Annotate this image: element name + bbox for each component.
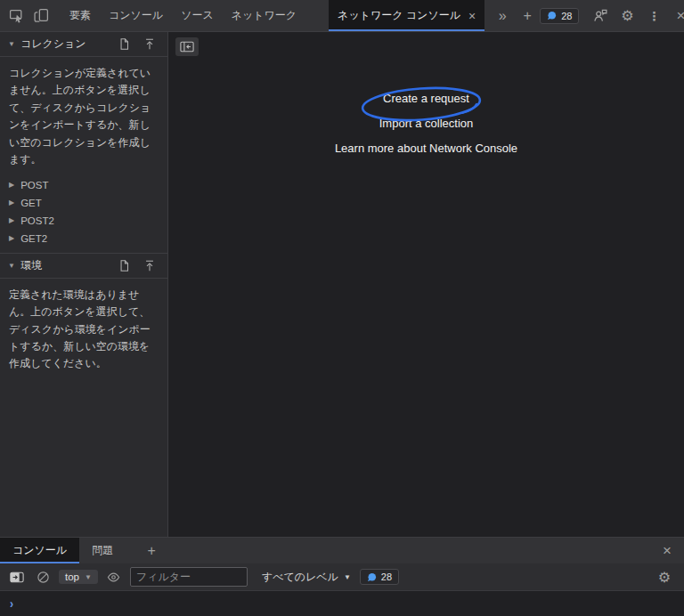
collection-item-post2[interactable]: ▶ POST2 (0, 212, 167, 230)
collections-empty-description: コレクションが定義されていません。上のボタンを選択して、ディスクからコレクション… (0, 57, 167, 176)
tab-network[interactable]: ネットワーク (223, 0, 305, 31)
inspect-element-button[interactable] (4, 0, 28, 31)
issues-count: 28 (561, 11, 572, 21)
hide-sidebar-button[interactable] (175, 37, 199, 56)
tab-sources[interactable]: ソース (172, 0, 223, 31)
settings-button[interactable]: ⚙ (615, 0, 639, 31)
chevron-down-icon: ▼ (344, 573, 351, 581)
device-emulation-button[interactable] (28, 0, 53, 31)
add-tab-button[interactable]: + (515, 0, 540, 31)
issues-counter-badge[interactable]: 28 (540, 8, 579, 24)
clear-console-button[interactable] (33, 571, 53, 584)
collapse-triangle-icon: ▼ (8, 262, 15, 270)
network-console-main: Create a request Import a collection Lea… (168, 32, 684, 537)
drawer-tab-issues[interactable]: 問題 (79, 538, 126, 563)
devtools-tab-bar: 要素 コンソール ソース ネットワーク ネットワーク コンソール × » + (0, 0, 684, 32)
console-issues-badge[interactable]: 28 (360, 569, 399, 585)
inspect-icon (9, 8, 24, 23)
expand-triangle-icon[interactable]: ▶ (9, 181, 14, 189)
create-request-link[interactable]: Create a request (383, 91, 469, 107)
log-level-selector[interactable]: すべてのレベル ▼ (259, 570, 354, 585)
close-icon: × (676, 7, 684, 25)
tab-sources-label: ソース (181, 8, 214, 23)
feedback-bubble-icon (547, 11, 557, 20)
device-emulation-icon (34, 8, 49, 23)
javascript-context-selector[interactable]: top ▼ (59, 570, 98, 584)
expand-triangle-icon[interactable]: ▶ (9, 234, 14, 242)
environment-empty-description: 定義された環境はありません。上のボタンを選択して、ディスクから環境をインポートす… (0, 279, 167, 380)
import-collection-button[interactable] (140, 37, 159, 51)
close-tab-icon[interactable]: × (468, 10, 476, 22)
tab-elements[interactable]: 要素 (61, 0, 100, 31)
collection-item-get[interactable]: ▶ GET (0, 194, 167, 212)
drawer-tab-console[interactable]: コンソール (0, 538, 79, 563)
context-value: top (65, 571, 79, 582)
collections-title: コレクション (20, 36, 86, 52)
eye-icon (107, 571, 120, 584)
panel-right-arrow-icon (10, 571, 24, 583)
console-toolbar: top ▼ すべてのレベル ▼ (0, 563, 684, 591)
gear-icon: ⚙ (658, 569, 671, 586)
collection-item-get2[interactable]: ▶ GET2 (0, 230, 167, 247)
clear-icon (37, 571, 50, 584)
toolbar-right-group: 28 ⚙ ⋮ × (540, 0, 684, 31)
drawer-tab-console-label: コンソール (12, 543, 67, 558)
expand-triangle-icon[interactable]: ▶ (9, 216, 14, 224)
collection-item-label: POST (20, 180, 48, 190)
collections-section-header[interactable]: ▼ コレクション (0, 32, 167, 57)
plus-icon: + (523, 8, 531, 24)
environment-title: 環境 (20, 258, 42, 273)
collection-item-label: POST2 (20, 215, 54, 226)
new-environment-button[interactable] (115, 259, 134, 272)
import-collection-link[interactable]: Import a collection (379, 116, 474, 132)
learn-more-link[interactable]: Learn more about Network Console (335, 141, 517, 157)
drawer-tab-issues-label: 問題 (92, 543, 113, 558)
import-environment-button[interactable] (140, 259, 159, 272)
collection-item-post[interactable]: ▶ POST (0, 176, 167, 194)
chevron-double-right-icon: » (499, 8, 507, 24)
person-feedback-icon (593, 8, 608, 23)
feedback-button[interactable] (588, 0, 613, 31)
console-settings-button[interactable]: ⚙ (652, 569, 677, 586)
close-devtools-button[interactable]: × (668, 0, 684, 31)
prompt-chevron-icon: › (10, 596, 13, 611)
close-icon: × (663, 542, 672, 560)
issues-count: 28 (381, 571, 392, 582)
empty-state-links: Create a request Import a collection Lea… (168, 91, 684, 166)
collapse-triangle-icon: ▼ (8, 40, 15, 48)
vertical-dots-icon: ⋮ (647, 9, 660, 23)
panel-left-arrow-icon (180, 41, 194, 53)
expand-triangle-icon[interactable]: ▶ (9, 199, 14, 207)
chevron-down-icon: ▼ (85, 573, 92, 581)
collection-item-label: GET2 (20, 233, 47, 244)
tab-console[interactable]: コンソール (100, 0, 172, 31)
tab-network-console-label: ネットワーク コンソール (338, 8, 460, 23)
tab-network-console-active[interactable]: ネットワーク コンソール × (329, 0, 484, 31)
log-level-value: すべてのレベル (262, 570, 338, 585)
devtools-window: 要素 コンソール ソース ネットワーク ネットワーク コンソール × » + (0, 0, 684, 616)
console-drawer: コンソール 問題 + × (0, 537, 684, 616)
feedback-bubble-icon (367, 572, 377, 582)
console-sidebar-toggle-button[interactable] (7, 571, 27, 583)
drawer-more-tools-button[interactable]: + (138, 538, 165, 563)
drawer-tab-bar: コンソール 問題 + × (0, 538, 684, 563)
new-collection-button[interactable] (115, 37, 134, 51)
environment-section-header[interactable]: ▼ 環境 (0, 253, 167, 279)
tab-network-label: ネットワーク (232, 8, 297, 23)
console-filter-input[interactable] (130, 567, 248, 587)
close-drawer-button[interactable]: × (654, 538, 680, 563)
gear-icon: ⚙ (621, 7, 633, 24)
collection-item-label: GET (20, 198, 42, 208)
network-console-panel: ▼ コレクション コレクションが定義されていません (0, 32, 684, 537)
console-prompt[interactable]: › (0, 591, 684, 616)
tab-elements-label: 要素 (69, 8, 91, 23)
customize-devtools-button[interactable]: ⋮ (641, 0, 666, 31)
live-expression-button[interactable] (104, 571, 124, 584)
tab-console-label: コンソール (109, 8, 163, 23)
network-console-sidebar: ▼ コレクション コレクションが定義されていません (0, 32, 168, 537)
plus-icon: + (147, 543, 155, 559)
more-tabs-button[interactable]: » (490, 0, 515, 31)
